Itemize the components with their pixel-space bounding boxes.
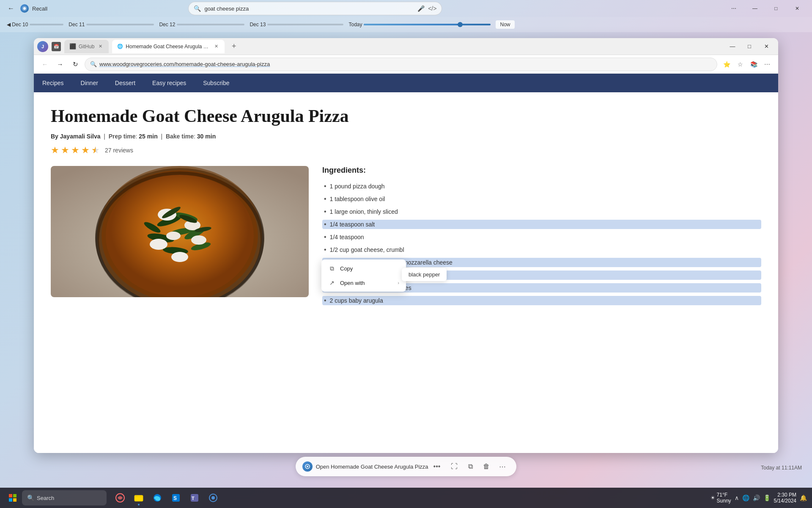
title-search-bar[interactable]: 🔍 🎤 </> — [188, 2, 442, 15]
taskbar: 🔍 Search S — [0, 488, 812, 508]
nav-easy-recipes[interactable]: Easy recipes — [152, 80, 186, 86]
network-icon[interactable]: 🌐 — [742, 494, 749, 501]
star-rating: ★ ★ ★ ★ ★★ 27 reviews — [51, 145, 761, 156]
browser-window-controls: — □ ✕ — [724, 40, 775, 53]
new-tab-button[interactable]: + — [228, 41, 240, 52]
ingredient-6: • 1/2 cup goat cheese, crumbl — [322, 245, 761, 254]
bottom-bar: Open Homemade Goat Cheese Arugula Pizza … — [0, 455, 812, 478]
star-half: ★★ — [91, 145, 100, 156]
title-search-input[interactable] — [204, 6, 414, 12]
browser-back-button[interactable]: ← — [39, 58, 51, 70]
notifications-icon[interactable]: 🔔 — [800, 494, 807, 501]
svg-text:T: T — [192, 496, 195, 501]
taskbar-search[interactable]: 🔍 Search — [22, 490, 107, 505]
timeline-dec10[interactable]: ◀ Dec 10 — [7, 22, 63, 28]
delete-pill-button[interactable]: 🗑 — [479, 459, 494, 474]
taskbar-app-edge[interactable] — [149, 489, 166, 506]
start-button[interactable] — [5, 490, 20, 505]
tab-github[interactable]: ⬛ GitHub ✕ — [64, 40, 109, 53]
browser-window: J 📅 ⬛ GitHub ✕ 🌐 Homemade Goat Cheese Ar… — [34, 38, 778, 453]
context-open-with[interactable]: ↗ Open with › — [321, 276, 406, 290]
svg-point-25 — [307, 466, 308, 467]
ingredients-title: Ingredients: — [322, 166, 761, 175]
tab-recipe[interactable]: 🌐 Homemade Goat Cheese Arugula Pizz ✕ — [112, 40, 225, 53]
tab-github-label: GitHub — [79, 44, 94, 50]
pizza-image — [51, 166, 309, 297]
black-pepper-text: black pepper — [409, 271, 440, 278]
browser-forward-button[interactable]: → — [54, 58, 66, 70]
copy-pill-button[interactable]: ⧉ — [463, 459, 477, 474]
search-icon: 🔍 — [194, 5, 201, 12]
maximize-button[interactable]: □ — [766, 2, 786, 15]
favorites-icon[interactable]: ⭐ — [721, 58, 732, 70]
browser-more-icon[interactable]: ⋯ — [761, 58, 773, 70]
timeline-bar-dec12 — [177, 24, 244, 25]
recipe-author: By Jayamali Silva — [51, 133, 101, 140]
ingredient-2-text: 1 tablespoon olive oil — [330, 196, 385, 202]
back-button[interactable]: ← — [5, 3, 17, 14]
current-time: 2:30 PM — [774, 492, 796, 498]
battery-icon[interactable]: 🔋 — [763, 494, 771, 501]
star-3: ★ — [71, 145, 80, 156]
expand-button[interactable]: ⛶ — [447, 459, 461, 474]
context-copy[interactable]: ⧉ Copy — [321, 261, 406, 276]
open-with-label: Open with — [340, 280, 365, 286]
timeline-dec11[interactable]: Dec 11 — [69, 22, 154, 28]
timeline-dec13[interactable]: Dec 13 — [250, 22, 343, 28]
ingredient-5-text: 1/4 teaspoon — [330, 234, 364, 240]
timeline-dec12[interactable]: Dec 12 — [159, 22, 244, 28]
ingredient-5: • 1/4 teaspoon — [322, 232, 761, 242]
code-icon[interactable]: </> — [428, 5, 436, 12]
microphone-icon[interactable]: 🎤 — [417, 5, 425, 12]
nav-dessert[interactable]: Dessert — [115, 80, 135, 86]
browser-minimize[interactable]: — — [724, 40, 741, 53]
svg-point-38 — [211, 496, 215, 500]
svg-text:S: S — [173, 495, 177, 501]
svg-point-17 — [191, 235, 206, 245]
taskbar-app-recall[interactable] — [205, 489, 222, 506]
system-tray-icon[interactable]: ∧ — [735, 494, 739, 501]
close-button[interactable]: ✕ — [787, 2, 807, 15]
dots-button[interactable]: ⋯ — [724, 2, 743, 15]
site-navigation: Recipes Dinner Dessert Easy recipes Subs… — [34, 74, 778, 92]
github-icon: ⬛ — [69, 43, 76, 50]
recall-pill-icon — [302, 461, 313, 472]
collections-icon[interactable]: 📚 — [748, 58, 760, 70]
taskbar-time[interactable]: 2:30 PM 5/14/2024 — [774, 492, 796, 504]
tab-recipe-close[interactable]: ✕ — [213, 43, 219, 50]
tab-github-close[interactable]: ✕ — [97, 43, 104, 50]
taskbar-app-files[interactable] — [130, 489, 147, 506]
browser-calendar-icon[interactable]: 📅 — [52, 42, 61, 51]
add-favorites-icon[interactable]: ☆ — [734, 58, 746, 70]
taskbar-app-store[interactable]: S — [167, 489, 184, 506]
nav-dinner[interactable]: Dinner — [81, 80, 98, 86]
black-pepper-popup: black pepper — [402, 268, 447, 281]
nav-recipes[interactable]: Recipes — [42, 80, 64, 86]
taskbar-app-teams[interactable]: T — [186, 489, 203, 506]
more-pill-button[interactable]: ⋯ — [495, 459, 510, 474]
address-input-wrap[interactable]: 🔍 www.woodgrovegroceries.com/homemade-go… — [85, 58, 717, 71]
volume-icon[interactable]: 🔊 — [753, 494, 760, 501]
timeline-label-today: Today — [348, 22, 362, 28]
svg-point-19 — [166, 232, 181, 240]
browser-refresh-button[interactable]: ↻ — [69, 58, 81, 70]
minimize-button[interactable]: — — [745, 2, 765, 15]
bake-value: 30 min — [197, 133, 216, 140]
review-count: 27 reviews — [105, 147, 133, 154]
browser-profile-avatar[interactable]: J — [37, 41, 48, 52]
recall-pill-ellipsis: ••• — [433, 463, 441, 470]
address-search-icon: 🔍 — [90, 61, 97, 67]
browser-close[interactable]: ✕ — [758, 40, 775, 53]
taskbar-app-colorful[interactable] — [112, 489, 129, 506]
recall-pill-text: Open Homemade Goat Cheese Arugula Pizza — [316, 464, 428, 470]
timeline-bar-today — [364, 24, 491, 25]
bake-label: Bake time — [166, 133, 194, 140]
nav-subscribe[interactable]: Subscribe — [203, 80, 229, 86]
star-4: ★ — [81, 145, 90, 156]
svg-rect-26 — [9, 494, 12, 497]
timeline-today[interactable]: Today — [348, 22, 491, 28]
timeline-bar-dec10 — [30, 24, 63, 25]
copy-label: Copy — [340, 265, 353, 272]
browser-maximize[interactable]: □ — [741, 40, 758, 53]
now-button[interactable]: Now — [496, 20, 514, 29]
